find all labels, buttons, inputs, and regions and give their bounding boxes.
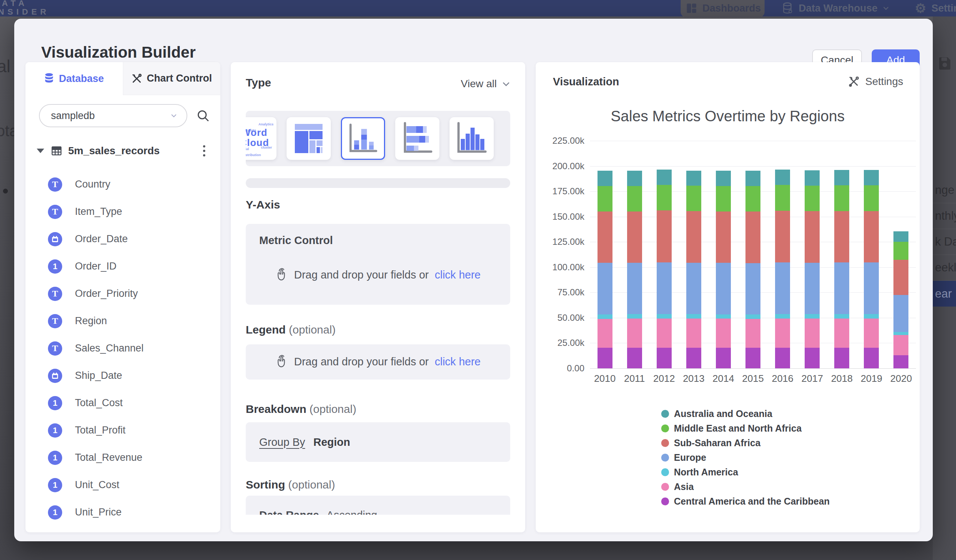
chart-type-stacked-bar[interactable] bbox=[395, 117, 439, 160]
nav-item-settings[interactable]: ⚙ Settings bbox=[915, 0, 956, 16]
legend-item[interactable]: Middle East and North Africa bbox=[661, 421, 830, 436]
chart-type-word-cloud[interactable]: iness Analytics keydata WordCloud Social… bbox=[246, 117, 277, 160]
field-item-unit_cost[interactable]: 1Unit_Cost bbox=[25, 471, 220, 499]
tools-icon bbox=[848, 76, 859, 87]
bar-segment bbox=[893, 355, 909, 369]
bar-segment bbox=[627, 263, 642, 314]
field-item-order_priority[interactable]: TOrder_Priority bbox=[25, 280, 220, 307]
stacked-bar-2013[interactable] bbox=[686, 171, 701, 369]
sorting-box[interactable]: Data Range Ascending bbox=[246, 496, 510, 515]
click-here-link[interactable]: click here bbox=[434, 356, 481, 368]
stacked-bar-2016[interactable] bbox=[775, 169, 790, 369]
nav-item-data-warehouse[interactable]: Data Warehouse bbox=[782, 0, 889, 16]
bar-segment bbox=[745, 348, 761, 369]
bar-segment bbox=[805, 211, 820, 263]
group-by-label[interactable]: Group By bbox=[259, 436, 305, 449]
field-type-number-icon: 1 bbox=[48, 478, 62, 492]
nav-item-dashboards[interactable]: Dashboards bbox=[681, 0, 764, 17]
chart-type-treemap[interactable] bbox=[286, 117, 331, 160]
database-icon bbox=[782, 2, 793, 14]
type-strip-scrollbar[interactable] bbox=[246, 178, 510, 188]
bar-segment bbox=[716, 186, 731, 212]
bar-segment bbox=[627, 348, 642, 369]
field-item-item_type[interactable]: TItem_Type bbox=[25, 198, 220, 225]
field-item-order_id[interactable]: 1Order_ID bbox=[25, 253, 220, 280]
stacked-bar-2015[interactable] bbox=[745, 171, 761, 369]
legend-item[interactable]: Asia bbox=[661, 480, 830, 494]
kebab-menu-icon[interactable] bbox=[199, 144, 209, 158]
bar-segment bbox=[805, 348, 820, 369]
legend-item[interactable]: Europe bbox=[661, 450, 830, 465]
field-type-number-icon: 1 bbox=[48, 259, 62, 274]
bar-segment bbox=[834, 211, 849, 263]
legend-item[interactable]: Central America and the Caribbean bbox=[661, 494, 830, 509]
stacked-bar-2018[interactable] bbox=[834, 170, 849, 369]
y-axis-section-title: Y-Axis bbox=[246, 198, 280, 211]
table-name: 5m_sales_records bbox=[68, 145, 199, 157]
y-tick-label: 225.00k bbox=[536, 135, 584, 146]
stacked-bar-2011[interactable] bbox=[627, 171, 642, 369]
bar-segment bbox=[627, 318, 642, 348]
bar-segment bbox=[745, 171, 761, 186]
background-menu-fragment: nthly bbox=[933, 203, 956, 229]
background-menu-fragment: ear bbox=[933, 281, 956, 307]
y-tick-label: 75.00k bbox=[536, 287, 584, 298]
field-type-number-icon: 1 bbox=[48, 451, 62, 465]
field-item-country[interactable]: TCountry bbox=[25, 171, 220, 198]
bar-segment bbox=[598, 263, 612, 314]
stacked-bar-2020[interactable] bbox=[893, 231, 909, 369]
stacked-bar-2017[interactable] bbox=[805, 170, 820, 369]
tab-database[interactable]: Database bbox=[25, 62, 123, 95]
x-tick-label: 2011 bbox=[620, 373, 649, 384]
bar-segment bbox=[657, 210, 672, 262]
x-tick-label: 2017 bbox=[797, 373, 827, 384]
bar-segment bbox=[834, 318, 849, 348]
y-tick-label: 175.00k bbox=[536, 186, 584, 196]
stacked-bar-2010[interactable] bbox=[598, 171, 612, 369]
bar-segment bbox=[834, 348, 849, 369]
field-list: TCountryTItem_TypeOrder_Date1Order_IDTOr… bbox=[25, 171, 220, 526]
table-tree-item[interactable]: 5m_sales_records bbox=[37, 144, 209, 158]
legend-dropzone[interactable]: Drag and drop your fields or click here bbox=[246, 344, 510, 380]
database-select[interactable]: sampledb bbox=[39, 104, 187, 127]
chart-type-histogram[interactable] bbox=[450, 117, 494, 160]
stacked-bar-2012[interactable] bbox=[657, 169, 672, 369]
field-item-order_date[interactable]: Order_Date bbox=[25, 225, 220, 253]
legend-color-dot bbox=[661, 497, 669, 505]
legend-item[interactable]: Sub-Saharan Africa bbox=[661, 436, 830, 450]
field-item-total_revenue[interactable]: 1Total_Revenue bbox=[25, 444, 220, 471]
view-all-dropdown[interactable]: View all bbox=[461, 78, 510, 90]
click-here-link[interactable]: click here bbox=[434, 269, 481, 281]
legend-item[interactable]: Australia and Oceania bbox=[661, 406, 830, 421]
caret-down-icon[interactable] bbox=[37, 149, 44, 153]
field-item-unit_price[interactable]: 1Unit_Price bbox=[25, 499, 220, 526]
tab-chart-control[interactable]: Chart Control bbox=[123, 62, 221, 95]
bar-segment bbox=[864, 348, 879, 369]
y-tick-label: 125.00k bbox=[536, 237, 584, 247]
background-bullet bbox=[3, 189, 8, 193]
tap-hand-icon bbox=[275, 355, 288, 369]
field-item-region[interactable]: TRegion bbox=[25, 307, 220, 335]
field-item-total_profit[interactable]: 1Total_Profit bbox=[25, 417, 220, 444]
bar-segment bbox=[745, 212, 761, 263]
field-item-total_cost[interactable]: 1Total_Cost bbox=[25, 389, 220, 417]
bar-segment bbox=[716, 212, 731, 263]
field-type-number-icon: 1 bbox=[48, 396, 62, 410]
metric-dropzone[interactable]: Metric Control Drag and drop your fields… bbox=[246, 224, 510, 305]
stacked-bar-2014[interactable] bbox=[716, 171, 731, 369]
bar-segment bbox=[805, 263, 820, 314]
field-item-ship_date[interactable]: Ship_Date bbox=[25, 362, 220, 389]
chart-settings-button[interactable]: Settings bbox=[848, 75, 903, 88]
bar-segment bbox=[686, 348, 701, 369]
legend-item[interactable]: North America bbox=[661, 465, 830, 480]
stacked-bar-2019[interactable] bbox=[864, 170, 879, 369]
y-tick-label: 50.00k bbox=[536, 312, 584, 323]
bar-segment bbox=[686, 263, 701, 314]
tools-icon bbox=[132, 74, 142, 84]
breakdown-box[interactable]: Group By Region bbox=[246, 422, 510, 462]
chart-type-stacked-column[interactable] bbox=[341, 117, 385, 160]
field-item-sales_channel[interactable]: TSales_Channel bbox=[25, 335, 220, 362]
search-icon[interactable] bbox=[196, 109, 210, 122]
bar-segment bbox=[598, 171, 612, 186]
bar-segment bbox=[745, 319, 761, 348]
